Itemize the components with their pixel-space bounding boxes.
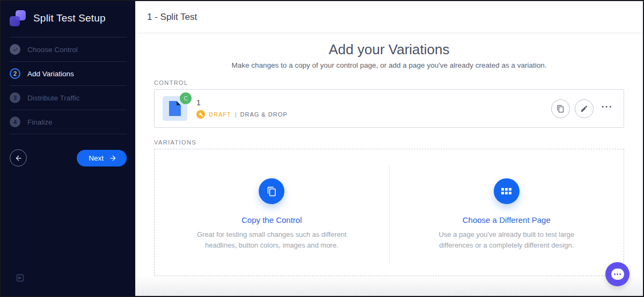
edit-button[interactable]	[575, 99, 594, 118]
app-logo-icon	[10, 10, 26, 26]
document-icon	[169, 101, 181, 116]
topbar: 1 - Split Test	[135, 1, 643, 33]
control-badge: C	[180, 92, 192, 104]
sidebar-item-add-variations[interactable]: 2 Add Variations	[1, 62, 135, 85]
option-description: Use a page you've already built to test …	[426, 229, 587, 251]
bottom-fade	[135, 276, 643, 297]
back-button[interactable]	[10, 149, 27, 166]
arrow-left-icon	[14, 154, 23, 162]
builder-type-label: DRAG & DROP	[240, 111, 288, 118]
option-title: Copy the Control	[241, 215, 302, 224]
step-label: Finalize	[27, 118, 53, 126]
collapse-sidebar-button[interactable]	[16, 273, 25, 284]
section-subheading: Make changes to a copy of your control p…	[154, 61, 624, 69]
step-number-badge: 4	[10, 117, 20, 127]
sidebar-item-choose-control[interactable]: Choose Control	[1, 38, 135, 61]
control-card: C 1 DRAFT | DRAG & DROP	[154, 89, 624, 128]
arrow-right-icon	[109, 154, 117, 162]
split-test-setup-window: Split Test Setup Choose Control 2 Add Va…	[0, 0, 644, 297]
step-label: Distribute Traffic	[27, 94, 79, 102]
page-thumbnail: C	[163, 96, 187, 121]
variations-dropzone: Copy the Control Great for testing small…	[154, 149, 624, 276]
sidebar-item-distribute-traffic[interactable]: 3 Distribute Traffic	[1, 86, 135, 110]
more-options-button[interactable]: ···	[598, 102, 615, 115]
copy-icon	[259, 178, 284, 204]
setup-steps: Choose Control 2 Add Variations 3 Distri…	[1, 37, 135, 134]
step-label: Choose Control	[27, 46, 78, 54]
draft-wrench-icon	[196, 110, 205, 119]
control-name: 1	[196, 98, 551, 107]
meta-separator: |	[235, 111, 237, 118]
next-button[interactable]: Next	[77, 150, 127, 166]
step-number-badge: 3	[10, 92, 20, 103]
duplicate-button[interactable]	[551, 99, 570, 118]
pencil-icon	[580, 105, 588, 113]
content: Add your Variations Make changes to a co…	[135, 33, 643, 297]
next-button-label: Next	[89, 154, 104, 162]
control-meta: DRAFT | DRAG & DROP	[196, 110, 551, 119]
grid-icon	[494, 178, 519, 204]
step-label: Add Variations	[27, 70, 74, 78]
chat-bubble-icon	[611, 269, 624, 280]
check-circle-icon	[10, 44, 20, 55]
sidebar-title: Split Test Setup	[33, 12, 106, 24]
control-section-label: CONTROL	[154, 79, 624, 86]
chat-widget-button[interactable]	[605, 262, 630, 286]
control-info: 1 DRAFT | DRAG & DROP	[196, 98, 551, 119]
main-area: 1 - Split Test Add your Variations Make …	[135, 1, 643, 296]
sidebar-header: Split Test Setup	[1, 1, 135, 35]
option-title: Choose a Different Page	[463, 215, 551, 224]
copy-the-control-option[interactable]: Copy the Control Great for testing small…	[155, 149, 389, 276]
sidebar-nav-row: Next	[1, 134, 135, 166]
control-actions: ···	[551, 99, 615, 118]
choose-different-page-option[interactable]: Choose a Different Page Use a page you'v…	[390, 149, 624, 276]
page-title: 1 - Split Test	[147, 12, 197, 23]
status-badge: DRAFT	[209, 111, 231, 118]
collapse-sidebar-icon	[16, 273, 25, 282]
copy-icon	[557, 105, 565, 113]
sidebar-item-finalize[interactable]: 4 Finalize	[1, 110, 135, 134]
step-number-badge: 2	[10, 68, 20, 79]
section-heading: Add your Variations	[154, 41, 624, 58]
sidebar: Split Test Setup Choose Control 2 Add Va…	[1, 1, 135, 296]
option-description: Great for testing small changes such as …	[191, 229, 352, 251]
variations-section-label: VARIATIONS	[154, 139, 624, 146]
